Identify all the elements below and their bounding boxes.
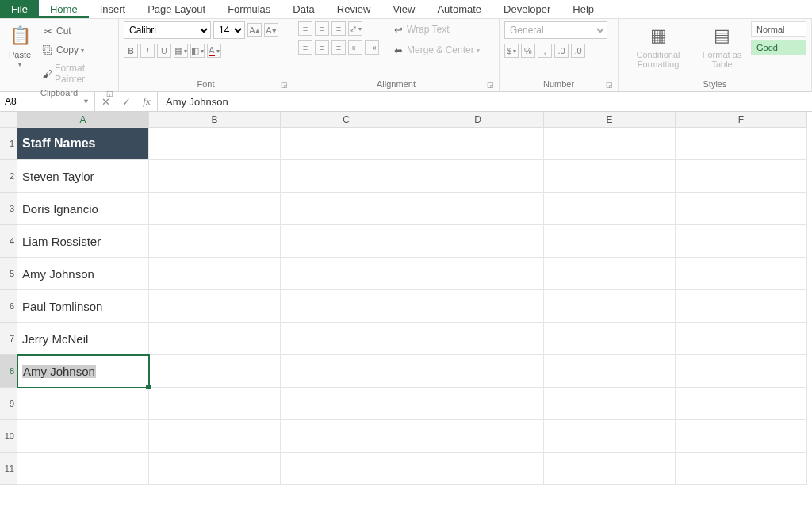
column-header-C[interactable]: C [281, 112, 412, 128]
format-painter-button[interactable]: 🖌Format Painter [38, 61, 113, 86]
column-header-B[interactable]: B [149, 112, 281, 128]
cell-D6[interactable] [412, 290, 544, 323]
cell-D3[interactable] [412, 193, 544, 225]
font-size-select[interactable]: 14 [213, 21, 245, 39]
cell-E9[interactable] [544, 388, 676, 420]
cell-D9[interactable] [412, 388, 544, 420]
tab-help[interactable]: Help [561, 0, 605, 18]
cell-F7[interactable] [676, 323, 807, 355]
tab-review[interactable]: Review [326, 0, 382, 18]
tab-automate[interactable]: Automate [426, 0, 492, 18]
select-all-corner[interactable] [0, 112, 17, 128]
cell-F8[interactable] [676, 355, 807, 388]
cell-D8[interactable] [412, 355, 544, 388]
increase-decimal-icon[interactable]: .0 [554, 44, 569, 58]
column-header-E[interactable]: E [544, 112, 676, 128]
percent-format-icon[interactable]: % [521, 44, 535, 58]
cell-E10[interactable] [544, 420, 676, 453]
cell-B2[interactable] [149, 160, 281, 193]
row-header-2[interactable]: 2 [0, 160, 17, 193]
cell-B4[interactable] [149, 225, 281, 258]
italic-button[interactable]: I [140, 44, 155, 58]
cell-D4[interactable] [412, 225, 544, 258]
column-header-F[interactable]: F [676, 112, 807, 128]
accounting-format-icon[interactable]: $ [504, 44, 519, 58]
cell-D11[interactable] [412, 453, 544, 485]
cell-C8[interactable] [281, 355, 412, 388]
decrease-decimal-icon[interactable]: .0 [571, 44, 585, 58]
cell-B6[interactable] [149, 290, 281, 323]
cell-E4[interactable] [544, 225, 676, 258]
cell-A7[interactable]: Jerry McNeil [17, 323, 149, 355]
row-header-11[interactable]: 11 [0, 453, 17, 485]
number-dialog-launcher-icon[interactable]: ◲ [606, 81, 613, 89]
cell-style-normal[interactable]: Normal [751, 21, 806, 37]
cut-button[interactable]: ✂Cut [38, 23, 113, 39]
cell-B9[interactable] [149, 388, 281, 420]
cell-A10[interactable] [17, 420, 149, 453]
cell-style-good[interactable]: Good [751, 40, 806, 55]
cell-D1[interactable] [412, 128, 544, 160]
column-header-A[interactable]: A [17, 112, 149, 128]
cell-F9[interactable] [676, 388, 807, 420]
underline-button[interactable]: U [157, 44, 171, 58]
cell-A11[interactable] [17, 453, 149, 485]
row-header-3[interactable]: 3 [0, 193, 17, 225]
font-name-select[interactable]: Calibri [124, 21, 211, 39]
align-right-icon[interactable]: ≡ [331, 40, 346, 55]
comma-format-icon[interactable]: , [538, 44, 552, 58]
cell-D5[interactable] [412, 258, 544, 290]
cell-A1[interactable]: Staff Names [17, 128, 149, 160]
row-header-10[interactable]: 10 [0, 420, 17, 453]
align-middle-icon[interactable]: ≡ [315, 21, 329, 36]
cell-A6[interactable]: Paul Tomlinson [17, 290, 149, 323]
cell-B8[interactable] [149, 355, 281, 388]
border-button[interactable]: ▦ [174, 44, 188, 58]
cell-C6[interactable] [281, 290, 412, 323]
tab-view[interactable]: View [381, 0, 426, 18]
tab-page-layout[interactable]: Page Layout [136, 0, 216, 18]
cell-C7[interactable] [281, 323, 412, 355]
increase-indent-icon[interactable]: ⇥ [365, 40, 379, 55]
fx-icon[interactable]: fx [136, 95, 157, 108]
cell-C5[interactable] [281, 258, 412, 290]
cell-D10[interactable] [412, 420, 544, 453]
align-bottom-icon[interactable]: ≡ [331, 21, 346, 36]
cell-C2[interactable] [281, 160, 412, 193]
tab-data[interactable]: Data [282, 0, 325, 18]
cell-F6[interactable] [676, 290, 807, 323]
font-dialog-launcher-icon[interactable]: ◲ [281, 81, 288, 89]
align-top-icon[interactable]: ≡ [298, 21, 312, 36]
orientation-icon[interactable]: ⤢ [348, 21, 362, 36]
fill-color-button[interactable]: ◧ [190, 44, 205, 58]
cell-B10[interactable] [149, 420, 281, 453]
cell-A5[interactable]: Amy Johnson [17, 258, 149, 290]
cell-C1[interactable] [281, 128, 412, 160]
cell-F5[interactable] [676, 258, 807, 290]
cell-E3[interactable] [544, 193, 676, 225]
align-center-icon[interactable]: ≡ [315, 40, 329, 55]
wrap-text-button[interactable]: ↩Wrap Text [389, 21, 483, 37]
cell-A4[interactable]: Liam Rossister [17, 225, 149, 258]
enter-formula-icon[interactable]: ✓ [116, 96, 136, 108]
cell-E8[interactable] [544, 355, 676, 388]
paste-button[interactable]: 📋 Paste ▾ [5, 21, 35, 86]
number-format-select[interactable]: General [504, 21, 607, 39]
cell-B11[interactable] [149, 453, 281, 485]
cell-E6[interactable] [544, 290, 676, 323]
tab-developer[interactable]: Developer [492, 0, 561, 18]
cell-E1[interactable] [544, 128, 676, 160]
row-header-6[interactable]: 6 [0, 290, 17, 323]
formula-input[interactable]: Amy Johnson [158, 96, 812, 108]
bold-button[interactable]: B [124, 44, 138, 58]
cell-F3[interactable] [676, 193, 807, 225]
column-header-D[interactable]: D [412, 112, 544, 128]
cell-E5[interactable] [544, 258, 676, 290]
clipboard-dialog-launcher-icon[interactable]: ◲ [106, 90, 113, 98]
decrease-font-icon[interactable]: A▾ [264, 23, 278, 37]
cell-F1[interactable] [676, 128, 807, 160]
cell-A2[interactable]: Steven Taylor [17, 160, 149, 193]
font-color-button[interactable]: A [207, 44, 221, 58]
cell-A9[interactable] [17, 388, 149, 420]
alignment-dialog-launcher-icon[interactable]: ◲ [487, 81, 494, 89]
